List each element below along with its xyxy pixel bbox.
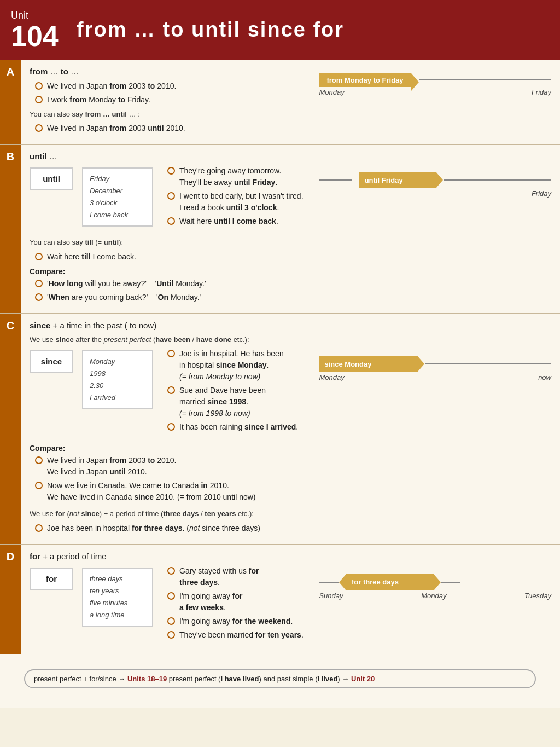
diagram-label: from Monday to Friday — [319, 73, 411, 87]
unit-number: 104 — [11, 22, 60, 50]
for-content-box: three daysten yearsfive minutesa long ti… — [82, 568, 153, 627]
for-timeline-left: Sunday — [319, 592, 343, 600]
timeline-left: Monday — [319, 88, 344, 96]
since-diagram-label: since Monday — [319, 356, 417, 372]
bullet-item: It has been raining since I arrived. — [167, 421, 308, 433]
bullet-icon — [167, 350, 175, 357]
bullet-item: 'How long will you be away?' 'Until Mond… — [35, 278, 551, 289]
bullet-icon — [167, 423, 175, 431]
section-b-compare: Compare: — [30, 267, 551, 276]
bullet-item: They've been married for ten years. — [167, 629, 308, 641]
section-a-content: from … to … We lived in Japan from 2003 … — [21, 60, 560, 144]
bullet-item: Gary stayed with us forthree days. — [167, 565, 308, 588]
footer-text2: present perfect (I have lived) and past … — [169, 675, 351, 683]
bullet-icon — [35, 253, 43, 260]
bullet-item: I went to bed early, but I wasn't tired.… — [167, 190, 308, 213]
bullet-icon — [167, 192, 175, 200]
bullet-icon — [35, 280, 43, 287]
bullet-icon — [35, 124, 43, 132]
section-a-also-bullets: We lived in Japan from 2003 until 2010. — [30, 123, 308, 134]
bullet-item: We lived in Japan from 2003 until 2010. — [35, 123, 308, 134]
section-c-bullets: Joe is in hospital. He has beenin hospit… — [162, 348, 308, 433]
page-title: from … to until since for — [71, 18, 344, 42]
section-d-diagram: for three days Sunday Monday Tuesday — [319, 565, 551, 647]
section-c-heading: since + a time in the past ( to now) — [30, 321, 551, 330]
page-header: Unit 104 from … to until since for — [0, 0, 560, 60]
section-d-bullets: Gary stayed with us forthree days. I'm g… — [162, 565, 308, 641]
unit-box: Unit 104 — [0, 0, 71, 60]
since-timeline-right: now — [538, 373, 551, 381]
until-diagram-label: until Friday — [359, 172, 436, 188]
section-b: B until … until FridayDecember3 o'clockI… — [0, 145, 560, 314]
bullet-icon — [35, 482, 43, 489]
section-label-d: D — [0, 545, 21, 654]
bullet-item: I work from Monday to Friday. — [35, 94, 308, 106]
bullet-item: They're going away tomorrow.They'll be a… — [167, 165, 308, 188]
section-d: D for + a period of time for three dayst… — [0, 545, 560, 654]
section-c-content: since + a time in the past ( to now) We … — [21, 314, 560, 544]
for-timeline-mid: Monday — [421, 592, 446, 600]
for-diagram-label: for three days — [346, 574, 434, 590]
bullet-icon — [35, 456, 43, 464]
bullet-item: We lived in Japan from 2003 to 2010.We l… — [35, 455, 551, 478]
until-keyword-box: until — [30, 167, 73, 190]
bullet-item: Joe is in hospital. He has beenin hospit… — [167, 348, 308, 383]
bullet-icon — [35, 293, 43, 301]
bullet-icon — [167, 567, 175, 575]
section-d-content: for + a period of time for three daysten… — [21, 545, 560, 654]
footer-text1: present perfect + for/since → — [34, 675, 127, 683]
bullet-item: We lived in Japan from 2003 to 2010. — [35, 80, 308, 92]
since-timeline-left: Monday — [319, 373, 344, 381]
section-c-for-note: We use for (not since) + a period of tim… — [30, 508, 551, 519]
until-content-box: FridayDecember3 o'clockI come back — [82, 167, 153, 227]
section-a-heading: from … to … — [30, 67, 308, 76]
section-b-bullets: They're going away tomorrow.They'll be a… — [162, 165, 308, 227]
footer: present perfect + for/since → Units 18–1… — [24, 669, 536, 688]
section-c: C since + a time in the past ( to now) W… — [0, 314, 560, 545]
section-a-also: You can also say from … until … : — [30, 109, 308, 120]
section-b-also: You can also say till (= until): — [30, 237, 551, 248]
bullet-icon — [167, 592, 175, 600]
section-d-heading: for + a period of time — [30, 552, 551, 561]
section-a-bullets: We lived in Japan from 2003 to 2010. I w… — [30, 80, 308, 106]
timeline-right: Friday — [532, 88, 551, 96]
since-keyword-box: since — [30, 350, 73, 373]
section-b-content: until … until FridayDecember3 o'clockI c… — [21, 145, 560, 313]
footer-link2[interactable]: Unit 20 — [351, 675, 375, 683]
since-content-box: Monday19982.30I arrived — [82, 350, 153, 409]
section-b-diagram: until Friday Friday — [319, 165, 551, 234]
section-a-diagram: from Monday to Friday Monday Friday — [319, 67, 551, 138]
section-c-diagram: since Monday Monday now — [319, 348, 551, 439]
bullet-icon — [167, 167, 175, 175]
section-a: A from … to … We lived in Japan from 200… — [0, 60, 560, 146]
section-label-b: B — [0, 145, 21, 313]
section-label-c: C — [0, 314, 21, 544]
bullet-item: 'When are you coming back?' 'On Monday.' — [35, 292, 551, 303]
bullet-icon — [35, 82, 43, 90]
footer-area: present perfect + for/since → Units 18–1… — [0, 654, 560, 708]
section-c-compare: Compare: — [30, 444, 551, 453]
bullet-icon — [167, 217, 175, 225]
bullet-item: Joe has been in hospital for three days.… — [35, 523, 551, 534]
bullet-item: Wait here till I come back. — [35, 251, 551, 263]
bullet-icon — [167, 631, 175, 639]
bullet-item: Now we live in Canada. We came to Canada… — [35, 480, 551, 503]
section-c-note: We use since after the present perfect (… — [30, 334, 551, 345]
until-timeline-right: Friday — [532, 189, 551, 198]
for-timeline-right: Tuesday — [524, 592, 551, 600]
bullet-item: I'm going away for the weekend. — [167, 616, 308, 627]
bullet-item: Sue and Dave have beenmarried since 1998… — [167, 385, 308, 419]
bullet-icon — [35, 96, 43, 103]
section-b-heading: until … — [30, 152, 551, 161]
section-label-a: A — [0, 60, 21, 144]
bullet-icon — [167, 386, 175, 394]
bullet-icon — [35, 524, 43, 532]
for-keyword-box: for — [30, 568, 73, 590]
bullet-item: Wait here until I come back. — [167, 216, 308, 227]
footer-link1[interactable]: Units 18–19 — [127, 675, 167, 683]
bullet-item: I'm going away fora few weeks. — [167, 590, 308, 613]
bullet-icon — [167, 617, 175, 625]
